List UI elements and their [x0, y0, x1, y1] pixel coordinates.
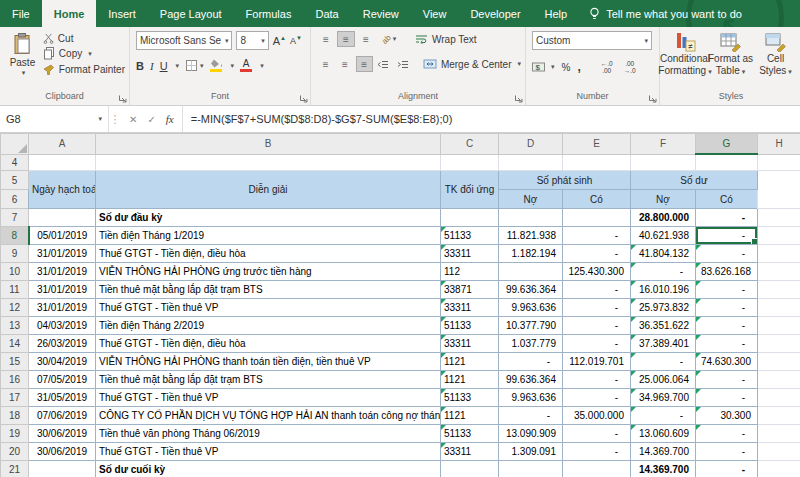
cell-H12[interactable]: [758, 299, 800, 317]
cell-C10[interactable]: 112: [441, 263, 499, 281]
cell-A11[interactable]: 31/01/2019: [29, 281, 96, 299]
cell-A17[interactable]: 31/05/2019: [29, 389, 96, 407]
cell-D18[interactable]: -: [499, 407, 563, 425]
cell-F4[interactable]: [631, 154, 696, 171]
tab-review[interactable]: Review: [351, 0, 411, 27]
column-header-D[interactable]: D: [499, 134, 563, 155]
align-middle-button[interactable]: ≡: [337, 31, 355, 47]
cell-H17[interactable]: [758, 389, 800, 407]
cell-C7[interactable]: [441, 209, 499, 227]
wrap-text-button[interactable]: Wrap Text: [415, 34, 477, 45]
cell-E12[interactable]: -: [563, 299, 631, 317]
cell-B13[interactable]: Tiền điện Tháng 2/2019: [96, 317, 441, 335]
tab-insert[interactable]: Insert: [96, 0, 148, 27]
cell-E6[interactable]: Có: [563, 190, 631, 209]
cell-A20[interactable]: 30/06/2019: [29, 443, 96, 461]
conditional-formatting-button[interactable]: ≠ Conditional Formatting▾: [662, 31, 708, 90]
clipboard-dialog-launcher-icon[interactable]: [118, 94, 127, 103]
cell-C18[interactable]: 1121: [441, 407, 499, 425]
borders-button[interactable]: ▾: [185, 59, 204, 72]
cell-D5[interactable]: Số phát sinh: [499, 171, 631, 190]
cell-D12[interactable]: 9.963.636: [499, 299, 563, 317]
cell-E14[interactable]: -: [563, 335, 631, 353]
cell-B14[interactable]: Thuế GTGT - Tiền điện, điều hòa: [96, 335, 441, 353]
cell-F21[interactable]: 14.369.700: [631, 461, 696, 477]
font-color-button[interactable]: A: [240, 59, 252, 72]
cell-F17[interactable]: 34.969.700: [631, 389, 696, 407]
cell-E10[interactable]: 125.430.300: [563, 263, 631, 281]
column-header-F[interactable]: F: [631, 134, 696, 155]
cancel-icon[interactable]: ✕: [129, 114, 137, 125]
cell-A15[interactable]: 30/04/2019: [29, 353, 96, 371]
increase-indent-button[interactable]: [394, 56, 411, 72]
row-header-15[interactable]: 15: [1, 353, 29, 371]
cell-B8[interactable]: Tiền điện Tháng 1/2019: [96, 227, 441, 245]
column-header-B[interactable]: B: [96, 134, 441, 155]
row-header-14[interactable]: 14: [1, 335, 29, 353]
cell-B16[interactable]: Tiền thuê mặt bằng lắp đặt trạm BTS: [96, 371, 441, 389]
cell-D15[interactable]: -: [499, 353, 563, 371]
cell-H9[interactable]: [758, 245, 800, 263]
percent-button[interactable]: %: [562, 62, 571, 73]
row-header-10[interactable]: 10: [1, 263, 29, 281]
row-header-4[interactable]: 4: [1, 154, 29, 171]
underline-button[interactable]: U: [160, 60, 168, 72]
cell-F20[interactable]: 14.369.700: [631, 443, 696, 461]
column-header-C[interactable]: C: [441, 134, 499, 155]
fill-color-button[interactable]: [210, 59, 223, 72]
column-header-A[interactable]: A: [29, 134, 96, 155]
tab-page-layout[interactable]: Page Layout: [148, 0, 234, 27]
tab-home[interactable]: Home: [42, 0, 97, 27]
cell-F10[interactable]: -: [631, 263, 696, 281]
cell-G19[interactable]: -: [696, 425, 758, 443]
row-header-18[interactable]: 18: [1, 407, 29, 425]
cell-B17[interactable]: Thuế GTGT - Tiền thuê VP: [96, 389, 441, 407]
row-header-5[interactable]: 5: [1, 171, 29, 190]
cell-D16[interactable]: 99.636.364: [499, 371, 563, 389]
cell-A7[interactable]: [29, 209, 96, 227]
merge-center-button[interactable]: Merge & Center ▾: [423, 59, 521, 70]
cell-B9[interactable]: Thuế GTGT - Tiền điện, điều hòa: [96, 245, 441, 263]
cell-C8[interactable]: 51133: [441, 227, 499, 245]
cell-B19[interactable]: Tiền thuê văn phòng Tháng 06/2019: [96, 425, 441, 443]
cell-H13[interactable]: [758, 317, 800, 335]
cell-C16[interactable]: 1121: [441, 371, 499, 389]
cell-F13[interactable]: 36.351.622: [631, 317, 696, 335]
cell-D9[interactable]: 1.182.194: [499, 245, 563, 263]
cell-H14[interactable]: [758, 335, 800, 353]
cell-H5[interactable]: [758, 171, 800, 209]
cell-H21[interactable]: [758, 461, 800, 477]
cell-H19[interactable]: [758, 425, 800, 443]
grow-font-button[interactable]: A▲: [273, 35, 286, 47]
cell-D4[interactable]: [499, 154, 563, 171]
select-all-corner[interactable]: [1, 134, 29, 155]
cell-F6[interactable]: Nợ: [631, 190, 696, 209]
fill-color-dropdown-arrow[interactable]: ▾: [231, 62, 235, 70]
cell-G7[interactable]: -: [696, 209, 758, 227]
cell-A8[interactable]: 05/01/2019: [29, 227, 96, 245]
cell-A12[interactable]: 31/01/2019: [29, 299, 96, 317]
cell-C12[interactable]: 33311: [441, 299, 499, 317]
cell-B20[interactable]: Thuế GTGT - Tiền thuê VP: [96, 443, 441, 461]
cell-H15[interactable]: [758, 353, 800, 371]
accounting-format-button[interactable]: $ ▾: [532, 62, 555, 73]
cell-G8[interactable]: -: [696, 227, 758, 245]
cell-D7[interactable]: [499, 209, 563, 227]
cell-F16[interactable]: 25.006.064: [631, 371, 696, 389]
cell-B4[interactable]: [96, 154, 441, 171]
cell-E15[interactable]: 112.019.701: [563, 353, 631, 371]
cell-C14[interactable]: 33311: [441, 335, 499, 353]
number-format-select[interactable]: Custom▾: [532, 31, 652, 50]
cell-F8[interactable]: 40.621.938: [631, 227, 696, 245]
cell-E18[interactable]: 35.000.000: [563, 407, 631, 425]
cell-D13[interactable]: 10.377.790: [499, 317, 563, 335]
cell-C19[interactable]: 51133: [441, 425, 499, 443]
tab-view[interactable]: View: [411, 0, 459, 27]
cell-A16[interactable]: 07/05/2019: [29, 371, 96, 389]
cell-A21[interactable]: [29, 461, 96, 477]
cell-G14[interactable]: -: [696, 335, 758, 353]
insert-function-icon[interactable]: fx: [166, 113, 174, 125]
cell-C13[interactable]: 51133: [441, 317, 499, 335]
font-dialog-launcher-icon[interactable]: [299, 94, 308, 103]
cell-G21[interactable]: -: [696, 461, 758, 477]
